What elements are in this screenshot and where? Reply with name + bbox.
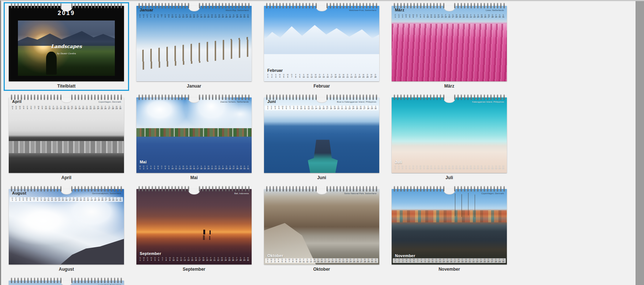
date-cell: S30: [501, 259, 505, 263]
coil-icon: [299, 95, 300, 100]
month-label: November: [395, 253, 415, 258]
date-cell: M30: [370, 259, 374, 263]
date-cell: S28: [239, 257, 242, 261]
date-cell: D18: [74, 106, 78, 110]
coil-icon: [400, 186, 402, 192]
coil-icon: [273, 3, 274, 8]
date-cell: S29: [242, 257, 246, 261]
coil-icon: [165, 186, 166, 192]
calendar-page-cover[interactable]: 2019Landscapesby Damir CavdraTitelblatt: [9, 3, 124, 91]
coil-icon: [356, 3, 357, 8]
calendar-page-juni[interactable]: JuniBoat to Kalanggaman Island, Philippi…: [264, 95, 379, 182]
coil-icon: [24, 95, 25, 100]
coil-icon: [31, 95, 32, 100]
cover-year: 2019: [9, 10, 124, 16]
date-cell: F8: [419, 259, 423, 263]
coil-icon: [44, 278, 45, 283]
date-cell: M23: [220, 257, 224, 261]
date-cell: D26: [483, 14, 487, 18]
page-caption: Februar: [264, 81, 379, 91]
date-cell: M15: [63, 106, 66, 110]
date-cell: D21: [468, 259, 471, 263]
date-cell: D8: [36, 197, 39, 201]
coil-icon: [37, 186, 38, 192]
calendar-page-november[interactable]: NovemberCopenhagen, DenmarkF1S2S3M4D5M6D…: [392, 186, 507, 274]
date-cell: M21: [83, 197, 86, 201]
coil-icon: [276, 95, 277, 100]
calendar-page-januar[interactable]: JanuarMount Rigi, SwitzerlandD1M2D3F4S5S…: [136, 3, 252, 91]
spiral-binding-icon: [392, 95, 507, 100]
calendar-page-februar[interactable]: FebruarMelchsee-Frutt, SwitzerlandF1S2S3…: [264, 3, 379, 91]
page-photo-cover: 2019Landscapesby Damir Cavdra: [9, 6, 124, 81]
coil-icon: [369, 186, 370, 192]
coil-icon: [215, 186, 216, 192]
coil-icon: [273, 95, 274, 100]
date-cell: S19: [331, 259, 334, 263]
date-cell: S5: [280, 259, 284, 263]
coil-icon: [340, 95, 341, 100]
coil-icon: [296, 95, 297, 100]
date-cell: D15: [189, 14, 192, 18]
spiral-binding-icon: [136, 186, 252, 192]
date-cell: D27: [104, 197, 108, 201]
date-cell: D24: [224, 257, 227, 261]
coil-icon: [188, 186, 189, 192]
coil-icon: [57, 278, 58, 283]
coil-icon: [283, 3, 284, 8]
date-cell: D10: [298, 259, 302, 263]
coil-icon: [423, 95, 425, 100]
coil-icon: [158, 3, 159, 8]
date-cell: D6: [29, 197, 32, 201]
coil-icon: [111, 278, 112, 283]
date-cell: S17: [329, 74, 334, 78]
date-cell: S26: [228, 166, 232, 170]
page-photo-november: NovemberCopenhagen, DenmarkF1S2S3M4D5M6D…: [392, 189, 507, 264]
page-caption: März: [392, 81, 507, 91]
date-cell: M8: [419, 166, 422, 170]
coil-icon: [427, 186, 428, 192]
calendar-page-mai[interactable]: MaiZaanse Schans, NetherlandsM1D2F3S4S5M…: [136, 95, 252, 182]
date-cell: M7: [160, 14, 163, 18]
date-cell: M27: [487, 14, 491, 18]
spiral-binding-icon: [264, 95, 379, 100]
coil-icon: [238, 95, 240, 100]
coil-icon: [407, 95, 408, 100]
date-cell: M22: [469, 166, 473, 170]
calendar-page-oktober[interactable]: OktoberSwiss National Park, SwitzerlandD…: [264, 186, 379, 274]
calendar-page-april[interactable]: AprilCopenhagen, DenmarkM1D2M3D4F5S6S7M8…: [9, 95, 124, 182]
calendar-page-august[interactable]: AugustGemmenalphorn, SwitzerlandD1F2S3S4…: [9, 186, 124, 274]
calendar-page-dezember[interactable]: DezemberLeukerbad, SwitzerlandS1M2D3M4D5…: [9, 278, 124, 285]
date-cell: S22: [344, 106, 348, 110]
coil-icon: [111, 95, 112, 100]
location-label: Melchsee-Frutt, Switzerland: [349, 9, 376, 11]
date-cell: S13: [309, 259, 313, 263]
coil-icon: [18, 186, 19, 192]
coil-icon: [145, 95, 146, 100]
date-cell: F21: [340, 106, 344, 110]
date-cell: S16: [325, 74, 329, 78]
date-cell: F6: [157, 257, 161, 261]
date-cell: D22: [86, 197, 90, 201]
date-cell: F5: [26, 106, 29, 110]
coil-icon: [490, 186, 492, 192]
coil-icon: [484, 3, 485, 8]
date-cell: M2: [142, 257, 146, 261]
date-cell: F22: [350, 74, 354, 78]
coil-icon: [111, 186, 112, 192]
calendar-page-juli[interactable]: JuliKalanggaman Island, PhilippinesM1D2M…: [392, 95, 507, 182]
month-label: Februar: [267, 68, 283, 73]
coil-icon: [60, 278, 61, 283]
calendar-page-september[interactable]: SeptemberBali, IndonesiaS1M2D3M4D5F6S7S8…: [136, 186, 252, 274]
date-cell: S25: [97, 197, 101, 201]
date-cell: F25: [352, 259, 356, 263]
coil-icon: [242, 95, 243, 100]
coil-icon: [104, 186, 105, 192]
page-photo-januar: JanuarMount Rigi, SwitzerlandD1M2D3F4S5S…: [136, 6, 252, 81]
calendar-page-maerz[interactable]: MärzLisse, NetherlandsF1S2S3M4D5M6D7F8S9…: [392, 3, 507, 91]
date-cell: S6: [29, 106, 33, 110]
coil-icon: [121, 186, 122, 192]
date-cell: S23: [473, 14, 477, 18]
coil-icon: [114, 3, 115, 8]
coil-icon: [81, 95, 82, 100]
date-cell: M1: [11, 106, 14, 110]
